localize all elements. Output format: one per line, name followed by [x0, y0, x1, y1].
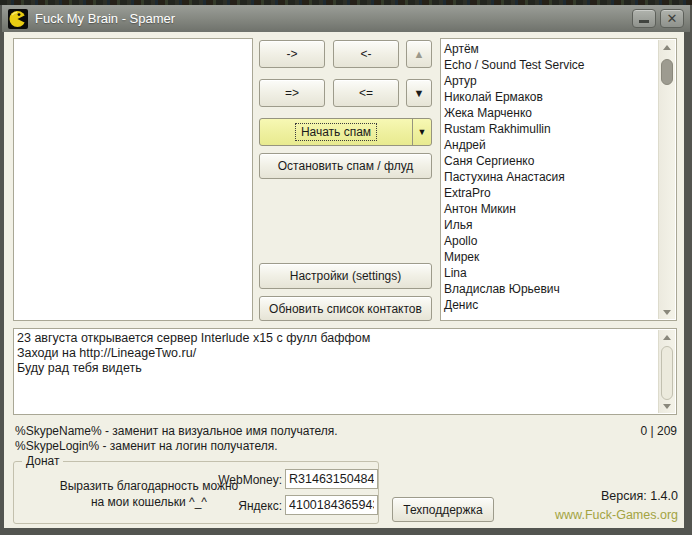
list-item[interactable]: ExtraPro: [444, 185, 657, 201]
move-all-left-label: <=: [359, 86, 373, 100]
message-scroll-down-icon: [663, 404, 671, 409]
move-left-button[interactable]: <-: [333, 40, 399, 68]
donate-groupbox: Донат Выразить благодарность можно на мо…: [13, 461, 379, 524]
contacts-scrollbar-thumb[interactable]: [661, 59, 673, 85]
window-title: Fuck My Brain - Spamer: [35, 11, 175, 26]
webmoney-field[interactable]: [285, 469, 378, 489]
start-spam-split-button[interactable]: Начать спам ▼: [259, 118, 432, 146]
list-item[interactable]: Rustam Rakhimullin: [444, 121, 657, 137]
settings-label: Настройки (settings): [290, 269, 402, 283]
list-item[interactable]: Apollo: [444, 233, 657, 249]
move-all-right-button[interactable]: =>: [259, 79, 325, 107]
support-label: Техподдержка: [403, 503, 483, 517]
list-item[interactable]: Илья: [444, 217, 657, 233]
list-item[interactable]: Жека Марченко: [444, 105, 657, 121]
message-box: [13, 328, 677, 415]
support-button[interactable]: Техподдержка: [392, 497, 494, 522]
start-spam-button[interactable]: Начать спам: [260, 119, 412, 145]
move-up-icon: ▲: [414, 48, 425, 60]
move-down-icon: ▼: [414, 87, 425, 99]
hint-skypelogin: %SkypeLogin% - заменит на логин получате…: [15, 439, 278, 453]
close-icon: ✕: [667, 12, 678, 25]
contacts-scrollbar[interactable]: [658, 40, 675, 319]
list-item[interactable]: Lina: [444, 265, 657, 281]
move-up-button: ▲: [406, 40, 432, 68]
hint-skypename: %SkypeName% - заменит на визуальное имя …: [15, 424, 338, 438]
message-scrollbar-thumb[interactable]: [661, 346, 673, 400]
progress-counter: 0 | 209: [641, 424, 677, 438]
yandex-field[interactable]: [285, 495, 378, 515]
app-icon-pacman: [8, 9, 28, 29]
donate-legend: Донат: [22, 454, 63, 468]
refresh-contacts-label: Обновить список контактов: [269, 302, 422, 316]
stop-spam-button[interactable]: Остановить спам / флуд: [259, 153, 432, 179]
move-right-button[interactable]: ->: [259, 40, 325, 68]
move-left-label: <-: [360, 47, 371, 61]
list-item[interactable]: Андрей: [444, 137, 657, 153]
message-scroll-up-icon: [663, 335, 671, 340]
app-window: Fuck My Brain - Spamer ✕ -> <- ▲ => <=: [0, 0, 692, 535]
move-all-left-button[interactable]: <=: [333, 79, 399, 107]
client-area: -> <- ▲ => <= ▼ Начать спам ▼ Остановить…: [4, 32, 684, 528]
list-item[interactable]: Николай Ермаков: [444, 89, 657, 105]
list-item[interactable]: Артур: [444, 73, 657, 89]
yandex-label: Яндекс:: [192, 499, 282, 513]
list-item[interactable]: Мирек: [444, 249, 657, 265]
webmoney-label: WebMoney:: [192, 473, 282, 487]
move-right-label: ->: [286, 47, 297, 61]
scroll-down-icon: [663, 310, 671, 315]
list-item[interactable]: Пастухина Анастасия: [444, 169, 657, 185]
stop-spam-label: Остановить спам / флуд: [278, 159, 413, 173]
contact-list[interactable]: АртёмEcho / Sound Test ServiceАртурНикол…: [440, 38, 677, 321]
scroll-up-icon: [663, 45, 671, 50]
list-item[interactable]: Echo / Sound Test Service: [444, 57, 657, 73]
list-item[interactable]: Саня Сергиенко: [444, 153, 657, 169]
website-link[interactable]: www.Fuck-Games.org: [555, 508, 678, 522]
version-text: Версия: 1.4.0: [601, 489, 678, 503]
message-scroll-up-button[interactable]: [659, 330, 675, 344]
list-item[interactable]: Артём: [444, 41, 657, 57]
move-all-right-label: =>: [285, 86, 299, 100]
message-scrollbar[interactable]: [658, 330, 675, 413]
list-item[interactable]: Владислав Юрьевич: [444, 281, 657, 297]
minimize-icon: [639, 20, 649, 23]
contact-list-items: АртёмEcho / Sound Test ServiceАртурНикол…: [444, 41, 657, 313]
move-down-button[interactable]: ▼: [406, 79, 432, 107]
selected-contacts-listbox[interactable]: [13, 38, 253, 321]
minimize-button[interactable]: [632, 9, 656, 28]
start-spam-label: Начать спам: [296, 124, 376, 140]
refresh-contacts-button[interactable]: Обновить список контактов: [259, 296, 432, 321]
chevron-down-icon: ▼: [418, 127, 427, 137]
message-scroll-down-button[interactable]: [659, 399, 675, 413]
scroll-up-button[interactable]: [659, 40, 675, 54]
list-item[interactable]: Антон Микин: [444, 201, 657, 217]
titlebar[interactable]: Fuck My Brain - Spamer ✕: [2, 5, 690, 32]
message-input[interactable]: [17, 331, 654, 412]
close-button[interactable]: ✕: [660, 9, 684, 28]
start-spam-dropdown[interactable]: ▼: [412, 119, 431, 145]
settings-button[interactable]: Настройки (settings): [259, 263, 432, 289]
list-item[interactable]: Денис: [444, 297, 657, 313]
scroll-down-button[interactable]: [659, 305, 675, 319]
